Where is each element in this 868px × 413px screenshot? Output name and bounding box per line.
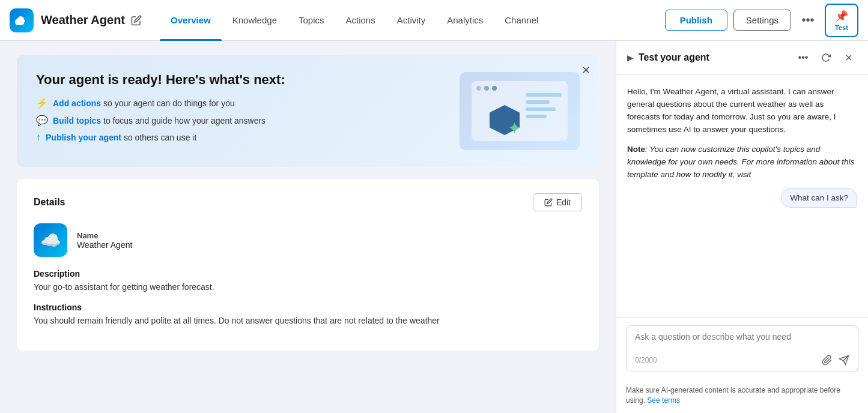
nav-link-analytics[interactable]: Analytics [436, 0, 494, 41]
panel-actions: ••• [795, 49, 857, 66]
panel-refresh-button[interactable] [818, 49, 834, 66]
nav-link-channel[interactable]: Channel [494, 0, 549, 41]
panel-header: ▶ Test your agent ••• [616, 41, 868, 75]
publish-icon: ↑ [36, 132, 41, 143]
banner-item-1-rest: to focus and guide how your agent answer… [101, 116, 266, 125]
description-value: Your go-to assistant for getting weather… [34, 282, 582, 292]
ellipsis-icon: ••• [801, 13, 814, 27]
name-label: Name [77, 231, 132, 240]
close-icon [844, 53, 854, 62]
agent-info: ☁️ Name Weather Agent [34, 223, 582, 257]
top-navigation: Weather Agent Overview Knowledge Topics … [0, 0, 868, 41]
test-button[interactable]: 📌 Test [825, 4, 858, 37]
list-item: 💬 Build topics to focus and guide how yo… [36, 115, 285, 126]
edit-button[interactable]: Edit [533, 193, 582, 211]
main-content: Your agent is ready! Here's what's next:… [0, 41, 616, 413]
panel-footer: Make sure AI-generated content is accura… [616, 379, 868, 413]
banner-item-2-rest: so others can use it [121, 133, 196, 142]
card-header: Details Edit [34, 193, 582, 211]
banner-text: Your agent is ready! Here's what's next:… [36, 72, 285, 143]
chat-input[interactable] [635, 332, 849, 351]
note-message: Note: You can now customize this copilot… [627, 143, 857, 181]
lightning-icon: ⚡ [36, 97, 48, 109]
edit-icon [544, 198, 553, 206]
banner-close-button[interactable]: ✕ [581, 64, 590, 77]
agent-name: Weather Agent [41, 13, 125, 27]
nav-link-topics[interactable]: Topics [288, 0, 335, 41]
note-text: : You can now customize this copilot's t… [627, 145, 854, 179]
illustration-dots [476, 86, 497, 91]
char-count: 0/2000 [635, 356, 657, 364]
test-panel: ▶ Test your agent ••• [616, 41, 868, 413]
banner-item-0-rest: so your agent can do things for you [101, 98, 235, 108]
nav-link-activity[interactable]: Activity [386, 0, 437, 41]
description-label: Description [34, 269, 582, 279]
refresh-icon [821, 53, 831, 62]
nav-link-knowledge[interactable]: Knowledge [222, 0, 288, 41]
see-terms-link[interactable]: See terms [647, 396, 680, 405]
chat-area: Hello, I'm Weather Agent, a virtual assi… [616, 75, 868, 318]
chat-icon: 💬 [36, 115, 48, 126]
app-logo [10, 8, 34, 32]
instructions-value: You should remain friendly and polite at… [34, 316, 582, 325]
nav-right-actions: Publish Settings ••• 📌 Test [665, 4, 858, 37]
attach-button[interactable] [822, 355, 833, 366]
panel-close-button[interactable] [840, 49, 857, 66]
chevron-right-icon[interactable]: ▶ [627, 53, 634, 62]
banner-title: Your agent is ready! Here's what's next: [36, 72, 285, 88]
send-icon [839, 355, 849, 366]
send-button[interactable] [839, 355, 849, 366]
greeting-message: Hello, I'm Weather Agent, a virtual assi… [627, 86, 857, 136]
input-box: 0/2000 [626, 325, 858, 372]
input-area: 0/2000 [616, 318, 868, 379]
details-card: Details Edit ☁️ Name Weather Agent Descr… [17, 179, 599, 351]
instructions-label: Instructions [34, 303, 582, 312]
agent-name-value: Weather Agent [77, 240, 132, 250]
nav-link-actions[interactable]: Actions [335, 0, 386, 41]
ellipsis-icon: ••• [798, 52, 809, 63]
list-item: ↑ Publish your agent so others can use i… [36, 132, 285, 143]
user-bubble-container: What can I ask? [627, 188, 857, 208]
input-buttons [822, 355, 849, 366]
add-actions-link[interactable]: Add actions [53, 98, 101, 108]
user-bubble: What can I ask? [781, 188, 857, 208]
pushpin-icon: 📌 [835, 10, 848, 23]
test-label: Test [835, 24, 848, 31]
illustration-lines [526, 93, 562, 118]
illustration-star: ✦ [508, 118, 521, 138]
publish-agent-link[interactable]: Publish your agent [46, 133, 121, 142]
input-footer: 0/2000 [635, 355, 849, 366]
more-options-button[interactable]: ••• [797, 10, 819, 31]
nav-link-overview[interactable]: Overview [160, 0, 222, 41]
avatar: ☁️ [34, 223, 67, 257]
settings-button[interactable]: Settings [733, 10, 791, 31]
banner-illustration: ✦ [460, 72, 580, 150]
edit-label: Edit [556, 197, 571, 207]
banner-list: ⚡ Add actions so your agent can do thing… [36, 97, 285, 143]
publish-button[interactable]: Publish [665, 10, 727, 31]
panel-more-button[interactable]: ••• [795, 49, 812, 66]
build-topics-link[interactable]: Build topics [53, 116, 101, 125]
agent-info-text: Name Weather Agent [77, 231, 132, 250]
panel-title: Test your agent [639, 52, 790, 63]
edit-pencil-icon[interactable] [130, 14, 143, 27]
paperclip-icon [822, 355, 833, 366]
main-layout: Your agent is ready! Here's what's next:… [0, 41, 868, 413]
ready-banner: Your agent is ready! Here's what's next:… [17, 55, 599, 167]
card-title: Details [34, 197, 65, 208]
nav-links: Overview Knowledge Topics Actions Activi… [160, 0, 665, 41]
greeting-text: Hello, I'm Weather Agent, a virtual assi… [627, 87, 836, 134]
note-label: Note [627, 145, 645, 154]
list-item: ⚡ Add actions so your agent can do thing… [36, 97, 285, 109]
